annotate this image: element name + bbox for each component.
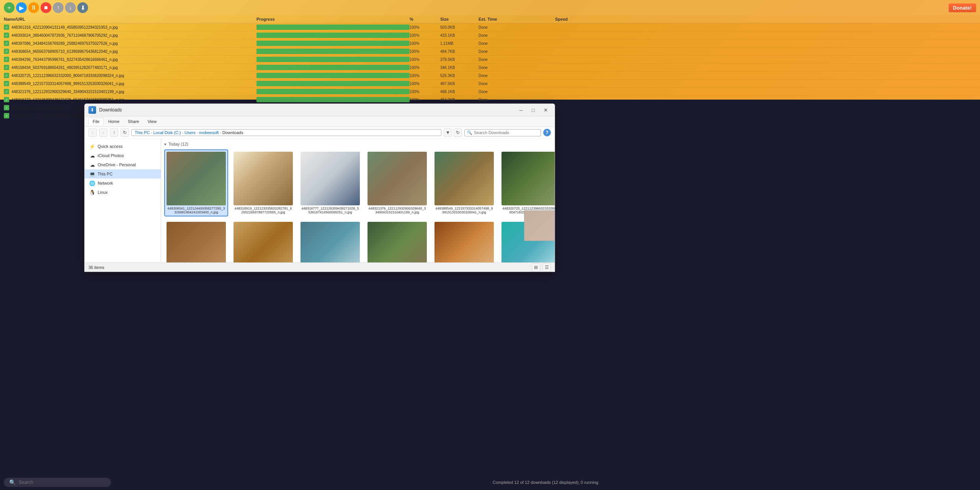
- view-large-icons-button[interactable]: ⊞: [532, 263, 540, 272]
- section-label: Today (12): [168, 142, 188, 146]
- progress-bar-fill: [256, 89, 410, 94]
- file-icon: ✓: [4, 49, 9, 54]
- dm-row[interactable]: ✓ 448393024_385460047872936_767110468790…: [0, 31, 980, 39]
- breadcrumb-sep-4: ›: [220, 131, 221, 135]
- taskbar-search-input[interactable]: [19, 480, 95, 485]
- window-controls: ─ □ ✕: [516, 106, 551, 114]
- breadcrumb-user[interactable]: mobeesoft: [199, 130, 219, 135]
- up-button[interactable]: ↑: [53, 2, 64, 13]
- sidebar-item-network[interactable]: 🌐 Network: [85, 179, 161, 188]
- address-refresh-button[interactable]: ↻: [454, 128, 462, 137]
- dm-est-time: Done: [479, 25, 555, 29]
- file-item[interactable]: 448394296_763443795996761_82274354286166…: [231, 220, 295, 266]
- file-item[interactable]: 448158434_503769188654261_48039512826774…: [164, 220, 228, 266]
- file-item[interactable]: 448368654_965563768905710_61395896754368…: [298, 220, 362, 266]
- start-button[interactable]: ▶: [16, 2, 27, 13]
- address-dropdown-button[interactable]: ▼: [444, 128, 452, 137]
- dm-percent: 100%: [410, 25, 440, 29]
- tab-home[interactable]: Home: [105, 118, 123, 125]
- progress-bar-fill: [256, 73, 410, 78]
- sidebar-item-icloud[interactable]: ☁ iCloud Photos: [85, 151, 161, 160]
- close-button[interactable]: ✕: [540, 106, 551, 114]
- file-item[interactable]: 448397086_343484158769289_25882469753750…: [365, 220, 429, 266]
- file-icon: ✓: [4, 113, 9, 118]
- dm-row[interactable]: ✓ 448316777_122126309438271028_553616741…: [0, 96, 980, 104]
- file-thumbnail: [434, 222, 494, 266]
- nav-forward-button[interactable]: ›: [99, 128, 108, 137]
- file-item[interactable]: 448321376_122112932900329640_33490431515…: [365, 149, 429, 216]
- dm-row[interactable]: ✓ 448361316_422120904131149_455850951229…: [0, 23, 980, 31]
- progress-bar-fill: [256, 65, 410, 70]
- tab-view[interactable]: View: [144, 118, 160, 125]
- file-icon: ✓: [4, 65, 9, 70]
- help-button[interactable]: ?: [543, 129, 551, 136]
- breadcrumb-local-disk[interactable]: Local Disk (C:): [153, 130, 181, 135]
- dm-row[interactable]: ✓ 448368654_965563768905710_613958967543…: [0, 48, 980, 56]
- file-item[interactable]: 448320725_122112396632332000_80047183336…: [499, 149, 555, 216]
- dm-row[interactable]: ✓ 448388549_122157333314057498_999151325…: [0, 80, 980, 88]
- dm-file-name: 448393024_385460047872936_76711046879067…: [11, 33, 118, 38]
- section-header: ▾ Today (12): [164, 142, 552, 146]
- dm-percent: 100%: [410, 82, 440, 86]
- nav-refresh-button[interactable]: ↻: [121, 128, 129, 137]
- col-progress: Progress: [256, 17, 410, 21]
- dm-filename: ✓ 448361316_422120904131149_455850951229…: [4, 25, 256, 30]
- tab-share[interactable]: Share: [124, 118, 143, 125]
- file-item[interactable]: 448306541_122124409358277280_33268819842…: [164, 149, 228, 216]
- pause-button[interactable]: ⏸: [28, 2, 39, 13]
- sidebar-item-this-pc[interactable]: 💻 This PC: [85, 169, 161, 179]
- section-chevron[interactable]: ▾: [164, 142, 166, 146]
- download-icon-btn[interactable]: ⬇: [77, 2, 88, 13]
- view-details-button[interactable]: ☰: [542, 263, 551, 272]
- dm-file-name: 448320725_122112396632332000_80047183336…: [11, 74, 124, 78]
- sidebar-item-quick-access[interactable]: ⚡ Quick access: [85, 142, 161, 151]
- sidebar-item-linux[interactable]: 🐧 Linux: [85, 188, 161, 197]
- dm-percent: 100%: [410, 57, 440, 62]
- tab-file[interactable]: File: [88, 118, 104, 125]
- dm-row[interactable]: ✓ 448320725_122112396632332000_800471833…: [0, 72, 980, 80]
- dm-size: 484.7KB: [440, 49, 479, 54]
- down-button[interactable]: ↓: [65, 2, 76, 13]
- minimize-button[interactable]: ─: [516, 106, 526, 114]
- dm-file-name: 448158434_503769188654261_48039512826774…: [11, 66, 118, 70]
- progress-bar-container: [256, 33, 410, 38]
- search-input[interactable]: [474, 130, 538, 135]
- file-item[interactable]: 448318919_122123335820282781_62652266978…: [231, 149, 295, 216]
- stop-button[interactable]: ■: [41, 2, 51, 13]
- maximize-button[interactable]: □: [528, 106, 539, 114]
- progress-bar-fill: [256, 33, 410, 38]
- dm-row[interactable]: ✓ 448394296_763443795996761_822743542861…: [0, 56, 980, 64]
- dm-row[interactable]: ✓ 448321376_122112932900329640_334904315…: [0, 88, 980, 96]
- file-name: 448306541_122124409358277280_33268819842…: [167, 206, 226, 214]
- nav-back-button[interactable]: ‹: [88, 128, 97, 137]
- file-item[interactable]: 448393024_385460047872936_76711046879067…: [432, 220, 496, 266]
- breadcrumb-users[interactable]: Users: [185, 130, 196, 135]
- search-box[interactable]: 🔍: [464, 129, 541, 136]
- address-bar[interactable]: This PC › Local Disk (C:) › Users › mobe…: [131, 129, 441, 136]
- dm-row[interactable]: ✓ 448158434_503769188654261_480395128267…: [0, 64, 980, 72]
- file-icon: ✓: [4, 41, 9, 46]
- breadcrumb-sep-1: ›: [151, 131, 152, 135]
- breadcrumb-this-pc[interactable]: This PC: [135, 130, 150, 135]
- progress-bar-fill: [256, 25, 410, 30]
- progress-bar-container: [256, 97, 410, 102]
- file-item[interactable]: 448316777_122126309438271028_55361674165…: [298, 149, 362, 216]
- dm-file-name: 448388549_122157333314057498_99915132530…: [11, 82, 124, 86]
- taskbar-search-box[interactable]: 🔍: [4, 478, 111, 487]
- dm-size: 433.1KB: [440, 33, 479, 38]
- dm-est-time: Done: [479, 90, 555, 94]
- dm-filename: ✓ 448393024_385460047872936_767110468790…: [4, 33, 256, 38]
- progress-bar-container: [256, 89, 410, 94]
- explorer-title: Downloads: [99, 107, 516, 113]
- dm-toolbar: ＋ ▶ ⏸ ■ ↑ ↓ ⬇ Donate!: [0, 0, 980, 15]
- files-grid: 448306541_122124409358277280_33268819842…: [164, 149, 552, 266]
- donate-button[interactable]: Donate!: [949, 3, 976, 12]
- file-thumbnail: [368, 152, 427, 205]
- add-button[interactable]: ＋: [4, 2, 15, 13]
- progress-bar-container: [256, 25, 410, 30]
- file-item[interactable]: 448388549_122157333314057498_99915132530…: [432, 149, 496, 216]
- sidebar-item-onedrive[interactable]: ☁ OneDrive - Personal: [85, 160, 161, 169]
- nav-up-button[interactable]: ↑: [110, 128, 118, 137]
- dm-filename: ✓ 448321376_122112932900329640_334904315…: [4, 89, 256, 94]
- dm-row[interactable]: ✓ 448397086_343484158769289_258824697537…: [0, 39, 980, 48]
